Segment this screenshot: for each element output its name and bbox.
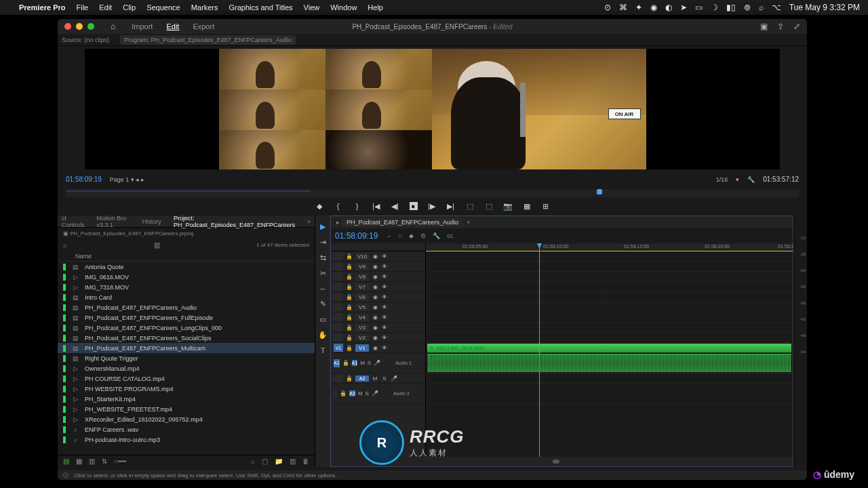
menu-sequence[interactable]: Sequence — [146, 3, 180, 12]
mute-toggle[interactable]: ◉ — [372, 284, 378, 290]
selection-tool-icon[interactable]: ▶ — [320, 222, 326, 231]
lock-icon[interactable]: 🔒 — [340, 390, 347, 396]
track-name[interactable]: V8 — [355, 273, 369, 281]
playhead-timecode[interactable]: 01:58:09:19 — [66, 176, 102, 183]
menubar-extra-icon[interactable]: ⊙ — [604, 3, 611, 12]
lock-icon[interactable]: 🔒 — [342, 360, 349, 366]
mute-toggle[interactable]: ◉ — [372, 304, 378, 310]
video-track[interactable] — [426, 302, 793, 312]
video-track[interactable] — [426, 262, 793, 272]
source-label[interactable]: Source: (no clips) — [62, 37, 109, 43]
track-name[interactable]: V7 — [355, 283, 369, 291]
project-item[interactable]: ▷PH COURSE CATALOG.mp4 — [58, 373, 315, 384]
video-track[interactable] — [426, 323, 793, 333]
track-name[interactable]: V2 — [355, 334, 369, 342]
caption-icon[interactable]: cc — [447, 232, 453, 239]
extract-icon[interactable]: ⬚ — [484, 202, 494, 211]
track-name[interactable]: V1 — [355, 344, 369, 352]
playhead[interactable] — [539, 243, 540, 457]
settings-icon[interactable]: ⚙ — [420, 232, 426, 239]
menubar-extra-icon[interactable]: ⌘ — [619, 3, 627, 12]
type-tool-icon[interactable]: T — [321, 346, 326, 354]
source-patch[interactable]: V1 — [334, 344, 343, 352]
share-icon[interactable]: ⇪ — [777, 22, 784, 31]
video-track-header[interactable]: 🔒V10◉👁 — [331, 251, 425, 262]
menu-clip[interactable]: Clip — [123, 3, 136, 12]
video-clip[interactable]: fx[MC1] IMG_0616.MOV — [427, 344, 791, 352]
solo-icon[interactable]: S — [366, 390, 369, 396]
scrub-thumb[interactable] — [597, 189, 602, 195]
wrench-icon[interactable]: 🔧 — [747, 176, 755, 183]
project-item[interactable]: ▤Antonia Quote — [58, 262, 315, 272]
mute-toggle[interactable]: ◉ — [372, 294, 378, 300]
video-track-header[interactable]: 🔒V3◉👁 — [331, 323, 425, 333]
folder-icon[interactable]: 📁 — [275, 458, 283, 465]
eye-icon[interactable]: 👁 — [381, 284, 388, 290]
time-ruler[interactable]: 01:58:05:0001:58:10:0001:58:15:0001:58:2… — [426, 243, 793, 251]
mute-icon[interactable]: M — [360, 360, 365, 366]
project-item[interactable]: ▷PH_WEBSITE_FREETEST.mp4 — [58, 404, 315, 414]
column-name[interactable]: Name — [75, 253, 92, 260]
lock-icon[interactable]: 🔒 — [346, 284, 353, 290]
source-patch[interactable] — [334, 333, 343, 342]
search-icon[interactable]: ⌕ — [63, 241, 67, 249]
eye-icon[interactable]: 👁 — [381, 314, 388, 321]
fullscreen-icon[interactable]: ⤢ — [793, 22, 800, 31]
linked-selection-icon[interactable]: ∩ — [398, 232, 402, 239]
video-track-header[interactable]: 🔒V4◉👁 — [331, 312, 425, 323]
cam-cell-1[interactable] — [219, 49, 326, 89]
add-marker-icon[interactable]: ◆ — [315, 202, 324, 211]
mute-toggle[interactable]: ◉ — [372, 264, 378, 270]
track-select-tool-icon[interactable]: ⇥ — [320, 238, 326, 247]
project-item[interactable]: ▷IMG_7318.MOV — [58, 282, 315, 292]
project-item[interactable]: ▷PH WEBSITE PROGRAMS.mp4 — [58, 384, 315, 394]
window-close-button[interactable] — [64, 23, 71, 30]
track-name[interactable]: A3 — [349, 390, 355, 396]
eye-icon[interactable]: 👁 — [381, 253, 388, 260]
go-to-out-icon[interactable]: ▶| — [446, 202, 456, 211]
project-item[interactable]: ▷OwnersManual.mp4 — [58, 363, 315, 373]
video-track-header[interactable]: 🔒V9◉👁 — [331, 262, 425, 272]
tab-export[interactable]: Export — [193, 22, 214, 30]
sequence-tab[interactable]: PH_Podcast_E487_ENFPCareers_Audio — [342, 218, 462, 226]
project-item[interactable]: ▤Intro Card — [58, 292, 315, 302]
new-item-icon[interactable]: ▥ — [290, 458, 296, 465]
track-name[interactable]: V6 — [355, 293, 369, 301]
video-track[interactable] — [426, 251, 793, 262]
source-patch[interactable] — [334, 303, 343, 311]
voice-icon[interactable]: 🎤 — [372, 390, 378, 396]
lock-icon[interactable]: 🔒 — [346, 345, 353, 351]
project-item[interactable]: ▷IMG_0616.MOV — [58, 272, 315, 282]
window-zoom-button[interactable] — [87, 23, 94, 30]
trash-icon[interactable]: 🗑 — [302, 458, 309, 465]
video-track[interactable] — [426, 282, 793, 292]
mute-toggle[interactable]: ◉ — [372, 314, 378, 321]
lock-icon[interactable]: 🔒 — [346, 253, 353, 260]
menu-window[interactable]: Window — [330, 3, 357, 12]
control-center-icon[interactable]: ⌥ — [772, 3, 781, 12]
video-track[interactable] — [426, 312, 793, 323]
track-name[interactable]: V5 — [355, 304, 369, 311]
voice-icon[interactable]: 🎤 — [374, 360, 380, 366]
menubar-extra-icon[interactable]: ◐ — [665, 3, 672, 12]
source-patch[interactable] — [334, 390, 337, 398]
source-patch[interactable] — [334, 283, 343, 291]
video-track-header[interactable]: 🔒V2◉👁 — [331, 333, 425, 343]
marker-icon[interactable]: ◆ — [409, 232, 414, 239]
project-list[interactable]: ▤Antonia Quote▷IMG_0616.MOV▷IMG_7318.MOV… — [58, 262, 315, 455]
track-name[interactable]: V9 — [355, 263, 369, 270]
timeline-scrollbar[interactable] — [331, 457, 793, 466]
track-name[interactable]: A1 — [352, 360, 358, 366]
source-patch[interactable] — [334, 374, 343, 382]
menubar-extra-icon[interactable]: ✦ — [635, 3, 642, 12]
cam-cell-5[interactable] — [219, 130, 326, 169]
ripple-tool-icon[interactable]: ⇆ — [320, 253, 326, 262]
menu-view[interactable]: View — [304, 3, 320, 12]
mute-icon[interactable]: M — [372, 375, 378, 382]
project-item[interactable]: ▤PH_Podcast_E487_ENFPCareers_LongClips_0… — [58, 323, 315, 333]
mark-in-icon[interactable]: { — [334, 202, 343, 210]
app-name-menu[interactable]: Premiere Pro — [19, 3, 65, 12]
source-patch[interactable] — [334, 262, 343, 270]
viewer[interactable]: ON AIR — [85, 49, 780, 169]
source-patch[interactable] — [334, 323, 343, 331]
